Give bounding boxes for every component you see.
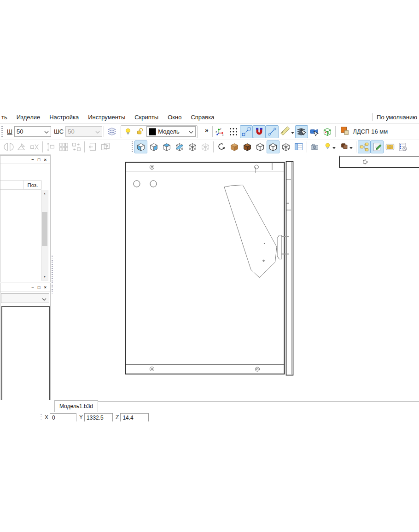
materials-stack-icon[interactable] [338,140,355,153]
polyline-snap-icon[interactable] [240,125,253,138]
dropdown-arrow-icon[interactable] [291,128,294,136]
toolbar-grip[interactable] [132,141,133,152]
toolbar-separator [84,141,85,152]
toolbar-separator [307,141,307,152]
x-coordinate-field[interactable]: 0 [50,413,76,421]
svg-text:x: x [222,133,224,136]
light-settings-icon[interactable] [321,140,338,153]
scrollbar-thumb[interactable] [42,212,47,246]
edit-notes-icon[interactable] [371,140,384,153]
material-button[interactable]: ЛДСП 16 мм [337,126,390,138]
scroll-down-icon[interactable]: ▼ [41,274,48,280]
menu-item-product[interactable]: Изделие [12,114,45,121]
panels-grid-icon[interactable] [57,140,70,153]
export-doc-icon[interactable] [99,140,112,153]
erase-contour-icon[interactable] [28,140,41,153]
operations-list-icon[interactable] [396,140,409,153]
menu-item-settings[interactable]: Настройка [45,114,83,121]
y-coordinate-field[interactable]: 1332.5 [84,413,113,421]
spec-table-icon[interactable] [384,140,396,153]
document-tab-active[interactable]: Модель1.b3d [54,400,98,412]
minimize-icon[interactable]: − [31,158,34,162]
axes-icon[interactable]: yxz [214,125,227,138]
edge-width-combobox[interactable]: 50 [65,126,102,137]
preview-viewport[interactable] [1,306,50,409]
toolbar-grip[interactable] [1,126,3,137]
photo-render-icon[interactable] [308,140,321,153]
select-stack-icon[interactable] [295,125,308,138]
positions-header-row: Поз. [0,180,41,190]
tab-strip-line [97,401,419,402]
toolbar-separator [212,126,213,137]
ruler-icon[interactable] [279,125,295,138]
layers-icon[interactable] [105,125,118,138]
material-label: ЛДСП 16 мм [353,128,388,135]
render-wireframe-cube-icon[interactable] [279,140,292,153]
layer-combobox[interactable]: Модель [146,126,196,137]
chevron-down-icon [95,128,100,135]
mirror-icon[interactable] [2,140,15,153]
menu-item-help[interactable]: Справка [186,114,219,121]
material-swatch-icon [340,126,350,138]
layer-lock-open-icon[interactable] [134,126,145,137]
chevron-down-icon[interactable] [42,294,47,303]
maximize-icon[interactable]: □ [38,158,41,162]
chevron-down-icon[interactable] [189,128,193,135]
chevron-down-icon[interactable] [44,128,49,135]
panel-title-bar: − □ × [0,156,50,164]
y-coordinate-label: Y [79,414,83,421]
layer-color-swatch [149,128,156,135]
positions-column-header[interactable]: Поз. [23,181,42,189]
layer-visibility-bulb-icon[interactable] [122,126,134,137]
preview-combobox[interactable] [1,293,49,303]
preview-panel: − □ × [0,283,51,410]
view-cube-left-icon[interactable] [134,140,147,153]
dropdown-arrow-icon[interactable] [332,143,336,151]
layer-group: Модель [121,125,198,138]
cube-axes-icon[interactable] [321,125,334,138]
grid-snap-icon[interactable] [227,125,240,138]
z-coordinate-label: Z [116,414,119,421]
z-coordinate-field[interactable]: 14.4 [120,413,149,421]
profile-selector[interactable]: По умолчанию [376,114,419,121]
view-toolbar [0,140,419,155]
measure-line-icon[interactable] [266,125,279,138]
status-bar: X 0 Y 1332.5 Z 14.4 [0,412,419,421]
menu-item-window[interactable]: Окно [163,114,186,121]
edit-contour-icon[interactable] [15,140,28,153]
view-cube-front-icon[interactable] [147,140,160,153]
scroll-up-icon[interactable]: ▲ [41,190,48,197]
maximize-icon[interactable]: □ [38,285,41,290]
toolbar-separator [42,141,43,152]
camera-view-icon[interactable] [308,125,321,138]
dock-splitter[interactable] [52,256,53,293]
replace-icon[interactable] [70,140,83,153]
menu-item-tools[interactable]: Инструменты [83,114,130,121]
import-doc-icon[interactable] [86,140,99,153]
width-combobox[interactable]: 50 [14,126,51,137]
render-shaded-cube-icon[interactable] [267,140,279,153]
minimize-icon[interactable]: − [31,285,34,290]
toolbar-separator [104,126,104,137]
statusbar-grip[interactable] [41,414,42,421]
view-cube-section-icon[interactable] [173,140,186,153]
render-white-cube-icon[interactable] [254,140,267,153]
dropdown-arrow-icon[interactable] [349,143,353,151]
layout-view-icon[interactable] [292,140,305,153]
menu-item-scripts[interactable]: Скрипты [130,114,163,121]
render-solid-cube-icon[interactable] [241,140,254,153]
close-icon[interactable]: × [44,285,47,290]
render-texture-cube-icon[interactable] [228,140,241,153]
cad-application-window: ть Изделие Настройка Инструменты Скрипты… [0,111,419,421]
vertical-scrollbar[interactable]: ▲ ▼ [41,190,48,281]
dimension-icon[interactable] [44,140,57,153]
structure-tree-icon[interactable] [358,140,371,153]
view-cube-top-icon[interactable] [160,140,173,153]
close-icon[interactable]: × [44,158,47,162]
menu-item-cropped[interactable]: ть [0,114,12,121]
magnet-snap-icon[interactable] [253,125,266,138]
toolbar-overflow-chevron[interactable]: » [205,127,208,134]
rotate-view-icon[interactable] [215,140,228,153]
view-cube-disabled-icon [199,140,212,153]
view-cube-wire-icon[interactable] [186,140,199,153]
